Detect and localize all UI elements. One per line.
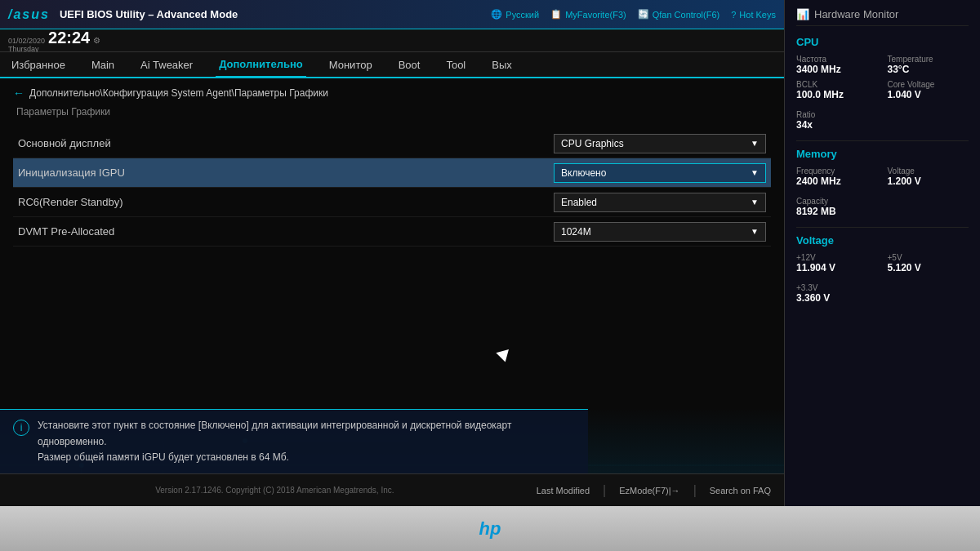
hw-mem-freq-value: 2400 MHz [796,176,878,187]
info-box: i Установите этот пункт в состояние [Вкл… [0,409,588,473]
hw-mem-cap-label: Capacity [796,197,969,206]
hw-12v-value: 11.904 V [796,262,878,273]
table-row: RC6(Render Standby) Enabled ▼ [13,188,771,217]
footer-divider-2: | [693,483,697,498]
nav-vykh[interactable]: Вых [488,51,515,78]
hw-cpu-voltage-block: Core Voltage 1.040 V [888,80,969,100]
hw-cpu-ratio-label: Ratio [796,110,969,119]
breadcrumb: ← Дополнительно\Конфигурация System Agen… [13,87,771,100]
language-label: Русский [506,10,539,20]
hw-monitor-label: Hardware Monitor [814,8,898,20]
qfan-label: Qfan Control(F6) [653,10,720,20]
hw-monitor-title: 📊 Hardware Monitor [796,8,969,26]
footer-divider-1: | [603,483,606,498]
date-display: 01/02/2020 [8,37,45,45]
hw-5v-label: +5V [888,253,969,262]
search-faq-button[interactable]: Search on FAQ [710,486,771,495]
hw-mem-cap-block: Capacity 8192 MB [796,197,969,217]
hotkeys-icon-item[interactable]: ?Hot Keys [731,10,776,20]
dropdown-igpu-arrow-icon: ▼ [751,168,759,177]
dropdown-rc6[interactable]: Enabled ▼ [554,193,766,212]
hw-5v-block: +5V 5.120 V [888,253,969,273]
nav-tool[interactable]: Tool [443,51,469,78]
nav-boot[interactable]: Boot [395,51,424,78]
hw-cpu-bclk-label: BCLK [796,80,878,89]
hw-cpu-freq-label: Частота [796,55,878,64]
footer-right: Last Modified | EzMode(F7)|→ | Search on… [537,483,771,498]
hw-cpu-temp-value: 33°C [888,64,969,75]
nav-izbrannoye[interactable]: Избранное [8,51,69,78]
hw-cpu-section: CPU [796,36,969,48]
hw-cpu-voltage-label: Core Voltage [888,80,969,89]
hw-cpu-bclk-value: 100.0 MHz [796,89,878,100]
info-line2: Размер общей памяти iGPU будет установле… [38,450,575,465]
hw-cpu-ratio-block: Ratio 34x [796,110,969,131]
hw-mem-freq-label: Frequency [796,167,878,176]
dropdown-osnovnoy[interactable]: CPU Graphics ▼ [554,134,766,153]
row-value-dvmt: 1024M ▼ [554,222,766,242]
dropdown-arrow-icon: ▼ [751,139,759,148]
ez-mode-button[interactable]: EzMode(F7)|→ [619,486,679,495]
last-modified-button[interactable]: Last Modified [537,486,590,495]
nav-dopolnitelno[interactable]: Дополнительно [216,51,306,78]
hw-mem-volt-block: Voltage 1.200 V [888,167,969,187]
row-label-igpu: Инициализация IGPU [18,167,554,179]
top-bar: /asus UEFI BIOS Utility – Advanced Mode … [0,0,784,29]
qfan-icon-item[interactable]: 🔄Qfan Control(F6) [638,9,720,20]
hw-cpu-bclk-block: BCLK 100.0 MHz [796,80,878,100]
hw-cpu-temp-label: Temperature [888,55,969,64]
hotkeys-label: Hot Keys [739,10,776,20]
asus-logo: /asus [8,7,50,22]
hw-5v-value: 5.120 V [888,262,969,273]
datetime: 01/02/2020 Thursday 22:24 ⚙ [8,29,100,53]
myfavorite-icon-item[interactable]: 📋MyFavorite(F3) [550,9,626,20]
dropdown-value-rc6: Enabled [561,197,597,208]
monitor-outer: /asus UEFI BIOS Utility – Advanced Mode … [0,0,980,551]
mouse-cursor [496,344,513,362]
monitor-bezel-bottom: hp [0,506,980,551]
row-value-rc6: Enabled ▼ [554,193,766,212]
back-arrow-icon[interactable]: ← [13,87,24,100]
hw-cpu-grid: Частота 3400 MHz Temperature 33°C BCLK 1… [796,55,969,100]
hw-monitor-icon: 📊 [796,8,809,20]
dropdown-dvmt[interactable]: 1024M ▼ [554,222,766,242]
hw-mem-volt-label: Voltage [888,167,969,176]
nav-main[interactable]: Main [88,51,118,78]
top-bar-icons: 🌐Русский 📋MyFavorite(F3) 🔄Qfan Control(F… [491,9,776,20]
hw-cpu-temp-block: Temperature 33°C [888,55,969,75]
content-area: ← Дополнительно\Конфигурация System Agen… [0,78,784,473]
settings-table: Основной дисплей CPU Graphics ▼ Инициали… [13,129,771,247]
row-value-igpu: Включено ▼ [554,163,766,183]
settings-gear-icon[interactable]: ⚙ [93,36,100,45]
hw-33v-block: +3.3V 3.360 V [796,283,969,304]
row-label-dvmt: DVMT Pre-Allocated [18,225,554,238]
hp-logo: hp [479,518,501,540]
hw-voltage-section: Voltage [796,234,969,247]
hw-12v-label: +12V [796,253,878,262]
nav-ai-tweaker[interactable]: Ai Tweaker [137,51,196,78]
hw-cpu-freq-value: 3400 MHz [796,64,878,75]
hw-memory-section: Memory [796,148,969,160]
nav-monitor[interactable]: Монитор [326,51,376,78]
dropdown-igpu[interactable]: Включено ▼ [554,163,766,183]
language-icon-item[interactable]: 🌐Русский [491,9,539,20]
footer: Version 2.17.1246. Copyright (C) 2018 Am… [0,473,784,506]
hw-monitor-panel: 📊 Hardware Monitor CPU Частота 3400 MHz … [784,0,980,506]
section-title: Параметры Графики [13,106,771,118]
hw-mem-freq-block: Frequency 2400 MHz [796,167,878,187]
hw-mem-cap-value: 8192 MB [796,206,969,217]
row-label-rc6: RC6(Render Standby) [18,196,554,208]
dropdown-value-igpu: Включено [561,167,606,179]
hw-voltage-grid: +12V 11.904 V +5V 5.120 V [796,253,969,273]
main-nav: Избранное Main Ai Tweaker Дополнительно … [0,52,784,78]
footer-copyright: Version 2.17.1246. Copyright (C) 2018 Am… [13,486,537,495]
table-row: Основной дисплей CPU Graphics ▼ [13,129,771,158]
hw-cpu-ratio-value: 34x [796,119,969,131]
time-display: 22:24 [48,29,90,47]
bios-title: UEFI BIOS Utility – Advanced Mode [60,8,238,20]
datetime-bar: 01/02/2020 Thursday 22:24 ⚙ [0,29,784,52]
dropdown-value-dvmt: 1024M [561,226,591,238]
hw-12v-block: +12V 11.904 V [796,253,878,273]
hw-memory-grid: Frequency 2400 MHz Voltage 1.200 V [796,167,969,187]
row-label-osnovnoy: Основной дисплей [18,137,554,149]
